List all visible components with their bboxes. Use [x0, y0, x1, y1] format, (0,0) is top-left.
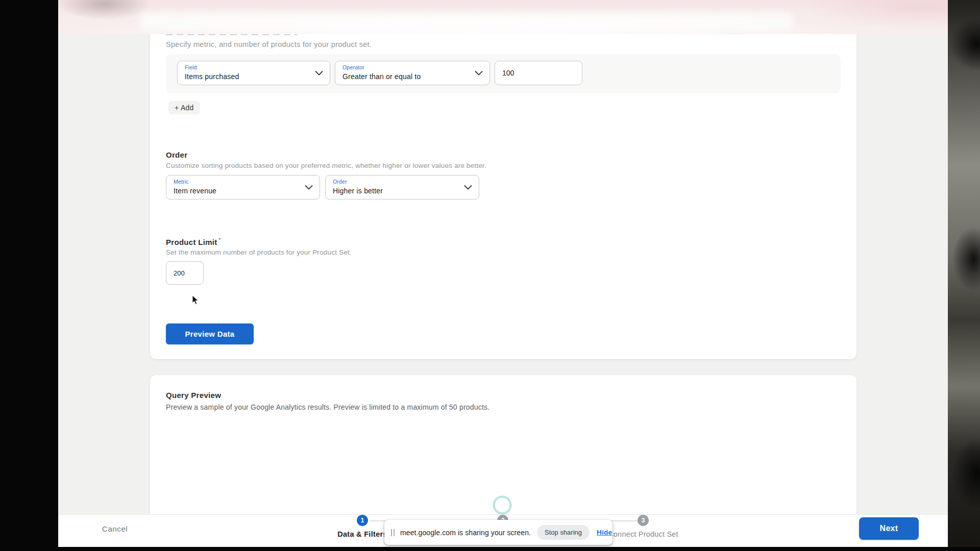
specify-metric-text: Specify metric, and number of products f… — [166, 40, 372, 48]
filter-value-input[interactable] — [495, 61, 582, 85]
preview-data-button[interactable]: Preview Data — [166, 323, 254, 344]
step-connect-product-set[interactable]: 3 Connect Product Set — [602, 515, 684, 538]
order-heading: Order — [166, 151, 187, 159]
chevron-down-icon — [475, 71, 483, 76]
metric-dropdown-value: Item revenue — [174, 187, 312, 195]
top-blur-bar — [58, 0, 948, 34]
field-dropdown-label: Field — [185, 64, 323, 70]
mouse-pointer-icon — [192, 295, 199, 305]
field-dropdown[interactable]: Field Items purchased — [177, 61, 330, 85]
loading-spinner-icon — [493, 496, 511, 514]
chevron-down-icon — [315, 71, 323, 76]
step-3-label: Connect Product Set — [602, 530, 684, 538]
product-limit-heading: Product Limit* — [166, 237, 221, 246]
product-limit-input[interactable] — [166, 261, 204, 285]
screen-share-notification: meet.google.com is sharing your screen. … — [384, 520, 612, 545]
operator-dropdown-label: Operator — [342, 64, 482, 70]
field-dropdown-value: Items purchased — [185, 72, 323, 81]
config-card: Specify metric, and number of products f… — [150, 20, 856, 359]
cancel-button[interactable]: Cancel — [102, 524, 128, 533]
operator-dropdown[interactable]: Operator Greater than or equal to — [335, 61, 490, 85]
add-filter-button[interactable]: + Add — [168, 101, 200, 114]
step-3-circle: 3 — [638, 515, 649, 526]
required-asterisk: * — [219, 237, 221, 243]
order-direction-label: Order — [333, 179, 472, 185]
chevron-down-icon — [464, 185, 472, 190]
metric-dropdown[interactable]: Metric Item revenue — [166, 175, 320, 199]
order-direction-dropdown[interactable]: Order Higher is better — [325, 175, 479, 199]
next-button[interactable]: Next — [859, 517, 919, 540]
operator-dropdown-value: Greater than or equal to — [342, 72, 482, 81]
step-1-circle: 1 — [357, 515, 368, 526]
metric-dropdown-label: Metric — [174, 179, 312, 185]
chevron-down-icon — [305, 185, 313, 190]
product-limit-description: Set the maximum number of products for y… — [166, 248, 352, 256]
left-letterbox-bar — [0, 0, 58, 551]
query-preview-card: Query Preview Preview a sample of your G… — [150, 375, 856, 523]
query-preview-heading: Query Preview — [166, 391, 221, 399]
order-description: Customize sorting products based on your… — [166, 162, 486, 169]
drag-handle-icon[interactable] — [391, 529, 395, 536]
right-letterbox-strip — [948, 0, 980, 551]
order-direction-value: Higher is better — [333, 187, 472, 195]
stop-sharing-button[interactable]: Stop sharing — [537, 525, 590, 540]
share-message: meet.google.com is sharing your screen. — [400, 529, 531, 537]
blurred-toolbar — [140, 12, 793, 31]
filter-row-panel: Field Items purchased Operator Greater t… — [166, 54, 841, 93]
hide-link[interactable]: Hide — [597, 529, 612, 536]
query-preview-description: Preview a sample of your Google Analytic… — [166, 403, 489, 411]
bottom-letterbox-strip — [0, 547, 980, 551]
